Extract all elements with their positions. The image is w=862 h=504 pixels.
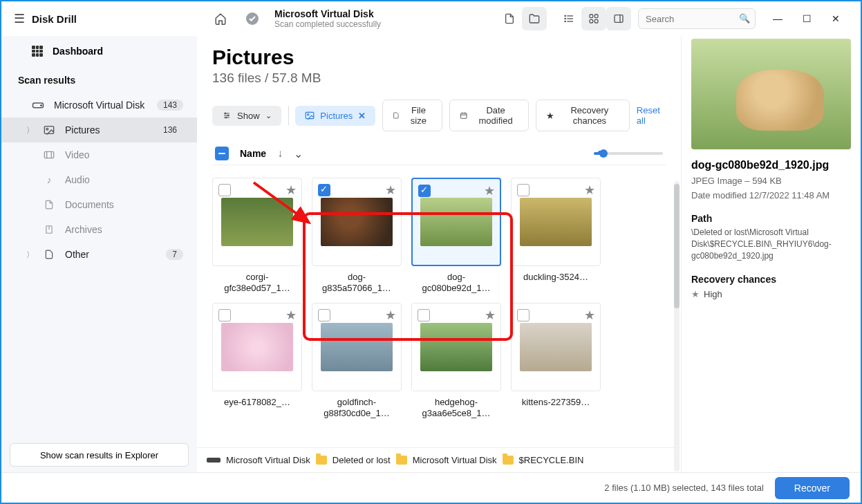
svg-point-6 <box>565 21 565 21</box>
file-card[interactable]: ★eye-6178082_… <box>212 303 302 420</box>
detail-meta: JPEG Image – 594 KB <box>691 176 851 186</box>
file-icon[interactable] <box>497 7 522 30</box>
svg-point-14 <box>41 105 42 106</box>
file-thumbnail <box>321 323 393 371</box>
file-checkbox[interactable] <box>218 309 231 321</box>
dashboard-icon <box>32 46 43 57</box>
file-name-label: dog-gc080be92d_1… <box>415 272 498 295</box>
scrollbar[interactable] <box>674 181 680 472</box>
svg-point-27 <box>225 117 227 118</box>
pictures-filter-chip[interactable]: Pictures ✕ <box>295 106 375 126</box>
file-card[interactable]: ★dog-g835a57066_1… <box>312 178 402 295</box>
minimize-button[interactable]: — <box>764 8 791 30</box>
recovery-chances-filter-button[interactable]: ★ Recovery chances <box>536 100 630 131</box>
file-checkbox[interactable] <box>318 309 330 321</box>
detail-path-heading: Path <box>691 213 851 224</box>
search-box[interactable]: 🔍 <box>638 8 756 29</box>
favorite-star-icon[interactable]: ★ <box>285 308 297 323</box>
expand-icon[interactable]: ⌄ <box>294 147 303 160</box>
zoom-slider[interactable] <box>594 152 663 155</box>
details-panel: dog-gc080be92d_1920.jpg JPEG Image – 594… <box>681 36 861 472</box>
folder-icon <box>396 456 407 465</box>
archives-icon <box>43 224 55 235</box>
hamburger-icon[interactable]: ☰ <box>14 11 25 26</box>
drive-icon <box>32 101 44 109</box>
maximize-button[interactable]: ☐ <box>793 8 821 30</box>
file-card[interactable]: ★corgi-gfc38e0d57_1… <box>212 178 302 295</box>
panel-view-icon[interactable] <box>606 7 631 30</box>
page-subtitle: 136 files / 57.8 MB <box>212 71 666 86</box>
sidebar-item-pictures[interactable]: 〉 Pictures 136 <box>1 118 197 142</box>
favorite-star-icon[interactable]: ★ <box>584 308 595 323</box>
video-icon <box>43 150 55 160</box>
file-name-label: goldfinch-g88f30cd0e_1… <box>315 397 398 420</box>
file-card[interactable]: ★hedgehog-g3aa6e5ce8_1… <box>411 303 501 420</box>
favorite-star-icon[interactable]: ★ <box>484 183 495 198</box>
file-checkbox[interactable] <box>517 309 530 321</box>
search-input[interactable] <box>638 8 756 29</box>
status-check-icon <box>240 7 265 30</box>
date-modified-filter-button[interactable]: Date modified <box>449 100 529 131</box>
svg-rect-8 <box>594 15 598 18</box>
sidebar-item-video[interactable]: Video <box>1 142 197 167</box>
footer: 2 files (1.10 MB) selected, 143 files to… <box>1 472 861 503</box>
file-card[interactable]: ★dog-gc080be92d_1… <box>411 178 501 295</box>
recover-button[interactable]: Recover <box>775 477 850 499</box>
sidebar-dashboard[interactable]: Dashboard <box>1 41 197 68</box>
file-card[interactable]: ★duckling-3524… <box>511 178 601 295</box>
sort-direction-icon[interactable]: ↓ <box>277 147 283 160</box>
favorite-star-icon[interactable]: ★ <box>385 183 396 198</box>
breadcrumb: Microsoft Virtual Disk Deleted or lost M… <box>197 447 681 472</box>
favorite-star-icon[interactable]: ★ <box>485 308 496 323</box>
detail-filename: dog-gc080be92d_1920.jpg <box>691 159 851 171</box>
app-name: Disk Drill <box>32 13 77 25</box>
home-icon[interactable] <box>208 7 233 30</box>
breadcrumb-segment[interactable]: Deleted or lost <box>332 455 391 465</box>
favorite-star-icon[interactable]: ★ <box>584 183 595 198</box>
sidebar-item-other[interactable]: 〉 Other 7 <box>1 242 197 267</box>
svg-rect-10 <box>594 19 598 23</box>
folder-icon[interactable] <box>522 7 547 30</box>
sidebar-item-label: Pictures <box>65 124 100 136</box>
sidebar-item-label: Other <box>65 249 89 260</box>
show-in-explorer-button[interactable]: Show scan results in Explorer <box>10 443 189 467</box>
sidebar-item-audio[interactable]: ♪ Audio <box>1 167 197 192</box>
search-icon[interactable]: 🔍 <box>739 13 750 24</box>
file-name-label: duckling-3524… <box>523 272 588 283</box>
scrollbar-thumb[interactable] <box>674 184 680 308</box>
file-size-filter-button[interactable]: File size <box>382 100 442 131</box>
file-checkbox[interactable] <box>318 184 330 196</box>
file-card[interactable]: ★kittens-227359… <box>511 303 601 420</box>
file-checkbox[interactable] <box>218 184 231 196</box>
list-view-icon[interactable] <box>556 7 581 30</box>
scan-status: Scan completed successfully <box>274 19 381 29</box>
close-button[interactable]: ✕ <box>822 8 850 30</box>
svg-point-4 <box>565 15 565 16</box>
remove-filter-icon[interactable]: ✕ <box>358 111 366 121</box>
file-checkbox[interactable] <box>517 184 530 196</box>
count-badge: 143 <box>157 100 183 111</box>
show-filter-button[interactable]: Show ⌄ <box>212 106 281 126</box>
breadcrumb-segment[interactable]: Microsoft Virtual Disk <box>226 455 310 465</box>
favorite-star-icon[interactable]: ★ <box>385 308 396 323</box>
sort-name-header[interactable]: Name <box>240 148 266 159</box>
select-all-checkbox[interactable] <box>215 147 229 160</box>
favorite-star-icon[interactable]: ★ <box>285 183 297 198</box>
file-name-label: eye-6178082_… <box>224 397 290 408</box>
sidebar-item-archives[interactable]: Archives <box>1 217 197 242</box>
file-card[interactable]: ★goldfinch-g88f30cd0e_1… <box>312 303 402 420</box>
sidebar-item-documents[interactable]: Documents <box>1 192 197 217</box>
documents-icon <box>43 199 55 210</box>
file-name-label: hedgehog-g3aa6e5ce8_1… <box>415 397 498 420</box>
breadcrumb-segment[interactable]: $RECYCLE.BIN <box>519 455 584 465</box>
sidebar-item-label: Video <box>65 149 90 160</box>
svg-point-29 <box>308 114 309 115</box>
grid-view-icon[interactable] <box>581 7 606 30</box>
sidebar-item-label: Microsoft Virtual Disk <box>54 100 144 111</box>
breadcrumb-segment[interactable]: Microsoft Virtual Disk <box>413 455 497 465</box>
file-checkbox[interactable] <box>418 309 430 321</box>
sidebar-item-disk[interactable]: Microsoft Virtual Disk 143 <box>1 93 197 118</box>
divider <box>288 106 289 125</box>
reset-all-link[interactable]: Reset all <box>637 105 666 126</box>
file-checkbox[interactable] <box>418 185 431 197</box>
